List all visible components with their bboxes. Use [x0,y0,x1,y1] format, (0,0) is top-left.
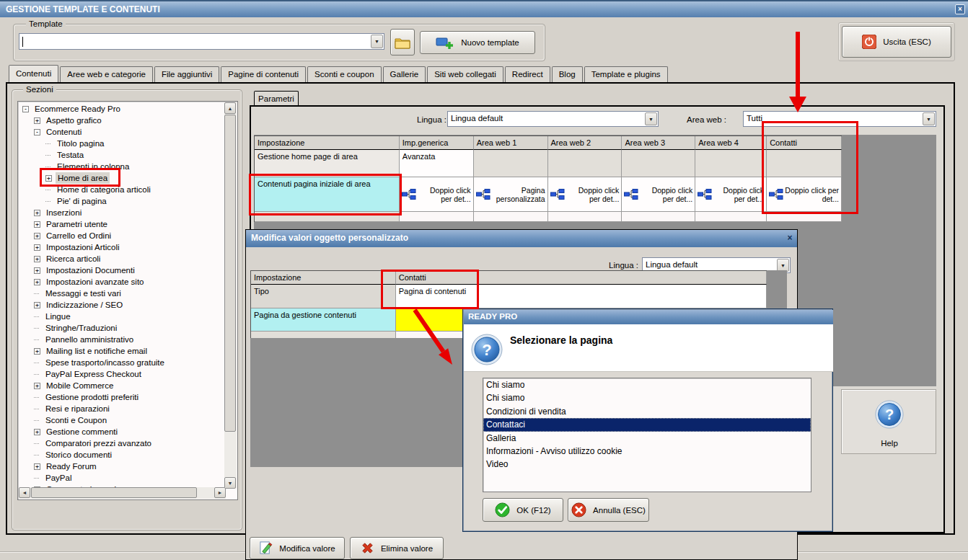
exit-button[interactable]: Uscita (ESC) [842,26,951,58]
tab-template-e-plugins[interactable]: Template e plugins [584,66,668,82]
scroll-left-icon[interactable]: ◄ [19,487,30,498]
tree-item-pannello-amministrativo[interactable]: Pannello amministrativo [19,334,225,345]
grid-cell-area-web-4[interactable] [695,150,767,177]
tree-item-testata[interactable]: Testata [19,149,225,161]
window-close-icon[interactable]: × [955,4,965,14]
tree-toggle-plus-icon[interactable]: + [34,463,40,470]
page-option-video[interactable]: Video [483,458,811,471]
grid-col-impostazione: Impostazione [255,136,400,150]
tree-item-contenuti[interactable]: -Contenuti [19,126,225,138]
tree-item-inserzioni[interactable]: +Inserzioni [19,207,225,218]
page-option-chi-siamo[interactable]: Chi siamo [483,378,811,391]
page-option-informazioni-avviso-utilizzo-cookie[interactable]: Informazioni - Avviso utilizzo cookie [483,445,811,458]
grid-cell-area-web-2[interactable]: Doppio click per det... [548,177,622,212]
tree-item-lingue[interactable]: Lingue [19,311,225,322]
tree-item-indicizzazione-seo[interactable]: +Indicizzazione / SEO [19,299,225,311]
tree-toggle-plus-icon[interactable]: + [34,233,40,239]
lingua-combo-arrow-icon[interactable]: ▼ [645,112,657,125]
page-option-chi-siamo[interactable]: Chi siamo [483,391,811,404]
tree-toggle-plus-icon[interactable]: + [34,244,40,251]
tree-item-spese-trasporto-incasso-gratuite[interactable]: Spese trasporto/incasso gratuite [19,357,225,368]
tree-item-ricerca-articoli[interactable]: +Ricerca articoli [19,253,225,265]
tree-item-stringhe-traduzioni[interactable]: Stringhe/Traduzioni [19,322,225,334]
tree-item-mobile-commerce[interactable]: +Mobile Commerce [19,380,225,391]
tree-item-comparatori-prezzi-avanzato[interactable]: Comparatori prezzi avanzato [19,437,225,449]
template-combo-arrow-icon[interactable]: ▼ [371,35,383,48]
tab-aree-web-e-categorie[interactable]: Aree web e categorie [60,66,153,82]
delete-value-button[interactable]: Elimina valore [350,537,444,559]
grid-cell-area-web-1[interactable]: Pagina personalizzata [474,177,548,212]
tab-redirect[interactable]: Redirect [505,66,550,82]
tree-toggle-plus-icon[interactable]: + [34,383,40,389]
tab-siti-web-collegati[interactable]: Siti web collegati [427,66,503,82]
tab-gallerie[interactable]: Gallerie [383,66,426,82]
cancel-button[interactable]: Annulla (ESC) [568,498,649,522]
tree-item-sconti-e-coupon[interactable]: Sconti e Coupon [19,414,225,426]
new-template-button[interactable]: Nuovo template [420,31,535,54]
tree-item-messaggi-e-testi-vari[interactable]: Messaggi e testi vari [19,288,225,299]
page-list[interactable]: Chi siamoChi siamoCondizioni di venditaC… [483,378,811,492]
scroll-up-icon[interactable]: ▲ [224,102,236,114]
tree-toggle-plus-icon[interactable]: + [34,348,40,355]
scroll-right-icon[interactable]: ► [214,487,226,498]
tree-item-aspetto-grafico[interactable]: +Aspetto grafico [19,115,225,126]
tree-item-impostazioni-documenti[interactable]: +Impostazioni Documenti [19,265,225,276]
tree-item-carrello-ed-ordini[interactable]: +Carrello ed Ordini [19,230,225,241]
tree-vscroll-thumb[interactable] [224,115,236,432]
tab-blog[interactable]: Blog [552,66,583,82]
tree-toggle-plus-icon[interactable]: + [34,429,40,435]
tree-item-paypal-express-checkout[interactable]: PayPal Express Checkout [19,368,225,380]
tree-item-gestione-commenti[interactable]: +Gestione commenti [19,426,225,437]
tab-contenuti[interactable]: Contenuti [9,65,58,82]
tab-pagine-di-contenuti[interactable]: Pagine di contenuti [221,66,306,82]
tree-toggle-plus-icon[interactable]: + [34,117,40,124]
tree-item-impostazioni-articoli[interactable]: +Impostazioni Articoli [19,241,225,253]
tree-toggle-plus-icon[interactable]: + [34,210,40,216]
grid-cell-imp-generica[interactable]: Doppio click per det... [400,177,474,212]
tree-toggle-plus-icon[interactable]: + [34,267,40,274]
sections-tree[interactable]: -Ecommerce Ready Pro+Aspetto grafico-Con… [17,101,238,500]
tree-hscrollbar[interactable]: ◄ ► [19,487,226,499]
tree-item-pie-di-pagina[interactable]: Pie' di pagina [19,195,225,207]
modifica-dialog-close-icon[interactable]: × [785,233,795,244]
tree-toggle-plus-icon[interactable]: + [34,279,40,285]
tab-file-aggiuntivi[interactable]: File aggiuntivi [154,66,219,82]
tree-item-storico-documenti[interactable]: Storico documenti [19,449,225,461]
grid-cell-area-web-1[interactable] [474,150,548,177]
grid-cell-area-web-3[interactable] [622,150,695,177]
tree-item-paypal[interactable]: PayPal [19,472,225,484]
page-option-galleria[interactable]: Galleria [483,432,811,445]
grid-cell-imp-generica[interactable]: Avanzata [400,150,474,177]
tree-item-gestione-prodotti-preferiti[interactable]: Gestione prodotti preferiti [19,391,225,403]
area-web-combo-arrow-icon[interactable]: ▼ [923,112,935,125]
open-template-button[interactable] [390,29,415,55]
tree-item-resi-e-riparazioni[interactable]: Resi e riparazioni [19,403,225,414]
tree-toggle-plus-icon[interactable]: + [34,302,40,308]
tree-toggle-plus-icon[interactable]: + [34,256,40,262]
help-button[interactable]: ? Help [841,389,936,454]
tree-item-ready-forum[interactable]: +Ready Forum [19,461,225,472]
grid-cell-area-web-4[interactable]: Doppio click per det... [695,177,767,212]
grid-cell-area-web-3[interactable]: Doppio click per det... [622,177,695,212]
tab-parametri[interactable]: Parametri [254,91,299,106]
tab-sconti-e-coupon[interactable]: Sconti e coupon [307,66,381,82]
page-option-condizioni-di-vendita[interactable]: Condizioni di vendita [483,405,811,418]
page-option-contattaci[interactable]: Contattaci [483,418,811,431]
tree-toggle-plus-icon[interactable]: + [34,221,40,228]
modify-value-button[interactable]: Modifica valore [250,537,345,559]
grid-cell-area-web-2[interactable] [548,150,622,177]
tree-item-parametri-utente[interactable]: +Parametri utente [19,218,225,230]
tree-toggle-minus-icon[interactable]: - [34,129,40,135]
tree-hscroll-thumb[interactable] [31,487,197,498]
tree-item-ecommerce-ready-pro[interactable]: -Ecommerce Ready Pro [19,103,225,115]
tree-vscrollbar[interactable]: ▲ ▼ [224,102,237,489]
tree-item-mailing-list-e-notifiche-email[interactable]: +Mailing list e notifiche email [19,345,225,357]
ok-button[interactable]: OK (F12) [483,498,563,522]
scroll-down-icon[interactable]: ▼ [224,477,236,489]
tree-toggle-minus-icon[interactable]: - [22,106,29,112]
template-combo[interactable]: ▼ [19,33,384,50]
tree-connector [45,190,50,190]
tree-item-impostazioni-avanzate-sito[interactable]: +Impostazioni avanzate sito [19,276,225,288]
tree-item-titolo-pagina[interactable]: Titolo pagina [19,138,225,149]
lingua-combo[interactable]: Lingua default ▼ [447,111,659,127]
